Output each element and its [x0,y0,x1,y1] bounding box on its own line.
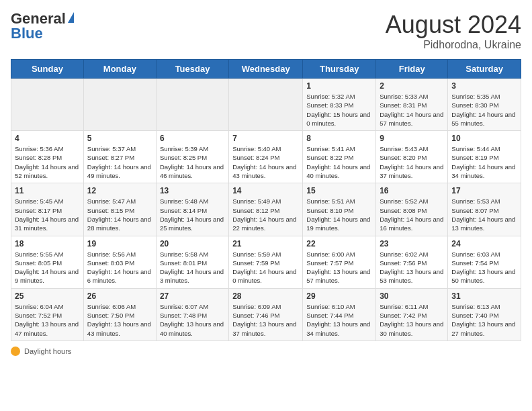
day-number: 22 [306,239,372,248]
calendar-cell: 19Sunrise: 5:56 AMSunset: 8:03 PMDayligh… [83,236,156,288]
day-number: 23 [380,239,444,248]
day-info: Sunrise: 5:43 AMSunset: 8:20 PMDaylight:… [380,144,444,180]
calendar-cell: 7Sunrise: 5:40 AMSunset: 8:24 PMDaylight… [229,131,303,183]
day-number: 27 [160,291,225,301]
weekday-header-tuesday: Tuesday [156,60,228,79]
day-info: Sunrise: 5:49 AMSunset: 8:12 PMDaylight:… [232,197,299,232]
week-row-3: 11Sunrise: 5:45 AMSunset: 8:17 PMDayligh… [11,183,521,236]
day-info: Sunrise: 5:32 AMSunset: 8:33 PMDaylight:… [306,92,372,128]
day-number: 9 [380,134,444,143]
calendar-cell: 4Sunrise: 5:36 AMSunset: 8:28 PMDaylight… [11,131,84,183]
calendar-cell: 13Sunrise: 5:48 AMSunset: 8:14 PMDayligh… [156,183,228,236]
day-info: Sunrise: 5:39 AMSunset: 8:25 PMDaylight:… [160,144,225,180]
calendar-cell: 27Sunrise: 6:07 AMSunset: 7:48 PMDayligh… [156,288,228,340]
calendar-cell: 21Sunrise: 5:59 AMSunset: 7:59 PMDayligh… [229,236,303,288]
calendar-cell: 31Sunrise: 6:13 AMSunset: 7:40 PMDayligh… [448,288,521,340]
page-header: General Blue August 2024 Pidhorodna, Ukr… [11,11,521,51]
calendar-cell [11,79,84,131]
day-info: Sunrise: 5:51 AMSunset: 8:10 PMDaylight:… [306,197,372,232]
calendar-cell: 11Sunrise: 5:45 AMSunset: 8:17 PMDayligh… [11,183,84,236]
calendar-cell: 12Sunrise: 5:47 AMSunset: 8:15 PMDayligh… [83,183,156,236]
logo-blue: Blue [11,26,74,42]
day-info: Sunrise: 5:33 AMSunset: 8:31 PMDaylight:… [380,92,444,128]
day-info: Sunrise: 5:55 AMSunset: 8:05 PMDaylight:… [15,250,80,285]
day-number: 4 [15,134,80,143]
day-info: Sunrise: 5:45 AMSunset: 8:17 PMDaylight:… [15,197,80,232]
day-number: 26 [87,291,152,301]
day-info: Sunrise: 6:10 AMSunset: 7:44 PMDaylight:… [306,302,372,338]
logo-triangle-icon [68,12,74,23]
calendar-location: Pidhorodna, Ukraine [386,39,521,51]
day-number: 7 [232,134,299,143]
calendar-cell: 17Sunrise: 5:53 AMSunset: 8:07 PMDayligh… [448,183,521,236]
day-number: 6 [160,134,225,143]
calendar-cell: 23Sunrise: 6:02 AMSunset: 7:56 PMDayligh… [376,236,448,288]
calendar-cell: 15Sunrise: 5:51 AMSunset: 8:10 PMDayligh… [303,183,376,236]
day-info: Sunrise: 5:41 AMSunset: 8:22 PMDaylight:… [306,144,372,180]
calendar-cell: 6Sunrise: 5:39 AMSunset: 8:25 PMDaylight… [156,131,228,183]
day-info: Sunrise: 5:48 AMSunset: 8:14 PMDaylight:… [160,197,225,232]
day-number: 25 [15,291,80,301]
day-number: 8 [306,134,372,143]
day-info: Sunrise: 6:03 AMSunset: 7:54 PMDaylight:… [451,250,517,285]
calendar-cell: 14Sunrise: 5:49 AMSunset: 8:12 PMDayligh… [229,183,303,236]
calendar-cell: 26Sunrise: 6:06 AMSunset: 7:50 PMDayligh… [83,288,156,340]
day-info: Sunrise: 6:04 AMSunset: 7:52 PMDaylight:… [15,302,80,338]
day-info: Sunrise: 5:53 AMSunset: 8:07 PMDaylight:… [451,197,517,232]
calendar-cell [83,79,156,131]
sun-icon [11,347,20,356]
week-row-5: 25Sunrise: 6:04 AMSunset: 7:52 PMDayligh… [11,288,521,340]
day-info: Sunrise: 5:40 AMSunset: 8:24 PMDaylight:… [232,144,299,180]
weekday-header-sunday: Sunday [11,60,84,79]
day-info: Sunrise: 5:56 AMSunset: 8:03 PMDaylight:… [87,250,152,285]
day-number: 21 [232,239,299,248]
calendar-cell: 29Sunrise: 6:10 AMSunset: 7:44 PMDayligh… [303,288,376,340]
day-number: 1 [306,81,372,91]
weekday-header-monday: Monday [83,60,156,79]
day-info: Sunrise: 6:13 AMSunset: 7:40 PMDaylight:… [451,302,517,338]
logo: General Blue [11,11,74,42]
calendar-cell [229,79,303,131]
day-number: 15 [306,186,372,195]
weekday-header-wednesday: Wednesday [229,60,303,79]
day-number: 19 [87,239,152,248]
day-number: 31 [451,291,517,301]
calendar-cell: 30Sunrise: 6:11 AMSunset: 7:42 PMDayligh… [376,288,448,340]
title-block: August 2024 Pidhorodna, Ukraine [386,11,521,51]
day-info: Sunrise: 6:09 AMSunset: 7:46 PMDaylight:… [232,302,299,338]
calendar-cell: 18Sunrise: 5:55 AMSunset: 8:05 PMDayligh… [11,236,84,288]
weekday-header-row: SundayMondayTuesdayWednesdayThursdayFrid… [11,60,521,79]
weekday-header-thursday: Thursday [303,60,376,79]
day-number: 13 [160,186,225,195]
day-info: Sunrise: 5:36 AMSunset: 8:28 PMDaylight:… [15,144,80,180]
day-info: Sunrise: 5:44 AMSunset: 8:19 PMDaylight:… [451,144,517,180]
day-info: Sunrise: 6:00 AMSunset: 7:57 PMDaylight:… [306,250,372,285]
calendar-cell: 22Sunrise: 6:00 AMSunset: 7:57 PMDayligh… [303,236,376,288]
day-number: 30 [380,291,444,301]
week-row-4: 18Sunrise: 5:55 AMSunset: 8:05 PMDayligh… [11,236,521,288]
calendar-cell: 16Sunrise: 5:52 AMSunset: 8:08 PMDayligh… [376,183,448,236]
day-info: Sunrise: 6:07 AMSunset: 7:48 PMDaylight:… [160,302,225,338]
calendar-cell: 20Sunrise: 5:58 AMSunset: 8:01 PMDayligh… [156,236,228,288]
calendar-cell: 3Sunrise: 5:35 AMSunset: 8:30 PMDaylight… [448,79,521,131]
day-number: 29 [306,291,372,301]
day-number: 12 [87,186,152,195]
day-number: 17 [451,186,517,195]
day-number: 24 [451,239,517,248]
calendar-cell: 9Sunrise: 5:43 AMSunset: 8:20 PMDaylight… [376,131,448,183]
day-number: 20 [160,239,225,248]
calendar-cell: 10Sunrise: 5:44 AMSunset: 8:19 PMDayligh… [448,131,521,183]
day-info: Sunrise: 5:47 AMSunset: 8:15 PMDaylight:… [87,197,152,232]
day-number: 5 [87,134,152,143]
week-row-2: 4Sunrise: 5:36 AMSunset: 8:28 PMDaylight… [11,131,521,183]
day-info: Sunrise: 6:06 AMSunset: 7:50 PMDaylight:… [87,302,152,338]
day-number: 2 [380,81,444,91]
day-number: 16 [380,186,444,195]
weekday-header-friday: Friday [376,60,448,79]
daylight-label: Daylight hours [24,347,71,355]
calendar-cell: 8Sunrise: 5:41 AMSunset: 8:22 PMDaylight… [303,131,376,183]
calendar-cell [156,79,228,131]
day-number: 28 [232,291,299,301]
day-info: Sunrise: 6:11 AMSunset: 7:42 PMDaylight:… [380,302,444,338]
day-number: 11 [15,186,80,195]
